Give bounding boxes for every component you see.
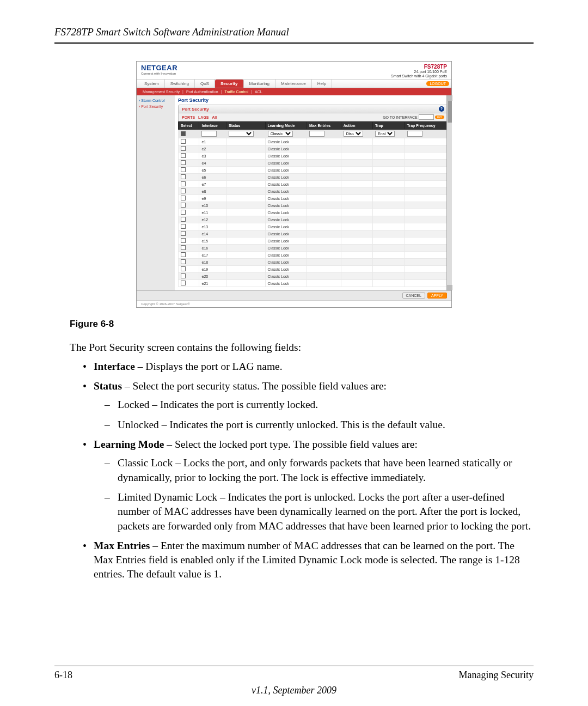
cell-trap [373,245,405,252]
sidebar-item-storm-control[interactable]: › Storm Control [139,99,173,102]
ctrl-interface-input[interactable] [201,131,217,137]
cell-max [307,259,341,266]
sidebar-item-port-security[interactable]: › Port Security [139,105,173,108]
scroll-thumb[interactable] [448,101,452,123]
ctrl-max-input[interactable] [309,131,324,137]
row-checkbox[interactable] [181,281,186,285]
cell-trap [373,230,405,238]
cell-status [226,209,265,216]
logout-button[interactable]: LOGOUT [426,81,449,86]
row-checkbox[interactable] [181,196,186,200]
row-checkbox[interactable] [181,160,186,165]
cell-trapfreq [405,252,448,259]
subtab-traffic-control[interactable]: Traffic Control [223,89,250,94]
table-row: e5Classic Lock [179,167,448,174]
cell-action [341,167,372,174]
row-checkbox[interactable] [181,181,186,186]
row-checkbox[interactable] [181,203,186,208]
row-checkbox[interactable] [181,210,186,215]
cell-status [226,252,265,259]
cell-trap [373,238,405,245]
row-checkbox[interactable] [181,273,186,278]
col-action: Action [341,122,372,130]
table-row: e21Classic Lock [179,280,448,287]
tab-qos[interactable]: QoS [195,80,215,88]
ctrl-trapfreq-input[interactable] [407,131,422,137]
cell-trap [373,273,405,280]
tab-maintenance[interactable]: Maintenance [275,80,312,88]
row-checkbox[interactable] [181,231,186,236]
main-tabs: System Switching QoS Security Monitoring… [137,79,451,88]
cell-learning: Classic Lock [265,153,307,160]
row-checkbox[interactable] [181,188,186,193]
page-number: 6-18 [54,670,72,681]
filter-all[interactable]: All [212,115,217,119]
scroll-up-icon[interactable] [447,95,452,101]
cell-interface: e1 [199,138,226,145]
cell-action [341,174,372,181]
row-checkbox[interactable] [181,252,186,257]
col-max-entries: Max Entries [307,122,341,130]
tab-help[interactable]: Help [312,80,332,88]
cell-max [307,245,341,252]
cell-trap [373,188,405,195]
version-line: v1.1, September 2009 [0,685,588,696]
tab-security[interactable]: Security [215,80,244,88]
ctrl-status-select[interactable] [229,131,254,137]
subtab-mgmt-security[interactable]: Management Security [141,89,181,94]
filter-ports[interactable]: PORTS [182,115,195,119]
cell-interface: e10 [199,202,226,209]
section-name: Managing Security [459,670,534,681]
cell-interface: e20 [199,273,226,280]
cell-trap [373,266,405,273]
cell-learning: Classic Lock [265,145,307,153]
cell-action [341,223,372,230]
ctrl-learning-select[interactable]: Classic Lock [268,131,293,137]
field-status: Status – Select the port security status… [83,379,534,432]
cell-status [226,181,265,188]
row-checkbox[interactable] [181,139,186,144]
cell-interface: e2 [199,145,226,153]
figure-caption: Figure 6-8 [70,319,534,330]
cell-interface: e19 [199,266,226,273]
go-button[interactable]: GO [435,115,444,119]
tab-monitoring[interactable]: Monitoring [244,80,275,88]
subtab-acl[interactable]: ACL [253,89,264,94]
panel-footer: CANCEL APPLY [137,290,451,300]
tab-switching[interactable]: Switching [165,80,195,88]
row-checkbox[interactable] [181,266,186,271]
row-checkbox[interactable] [181,167,186,172]
field-max-entries: Max Entries – Enter the maximum number o… [83,539,534,582]
goto-input[interactable] [419,114,434,120]
intro-text: The Port Security screen contains the fo… [70,340,534,355]
scroll-down-icon[interactable] [447,285,452,290]
apply-button[interactable]: APPLY [427,293,447,299]
ctrl-action-select[interactable]: Discard [344,131,363,137]
row-checkbox[interactable] [181,245,186,250]
cell-action [341,259,372,266]
status-locked: Locked – Indicates the port is currently… [105,398,534,412]
ctrl-trap-select[interactable]: Enable [375,131,395,137]
cell-action [341,145,372,153]
scrollbar[interactable] [446,95,452,290]
row-checkbox[interactable] [181,146,186,151]
cell-action [341,280,372,287]
cell-learning: Classic Lock [265,266,307,273]
help-icon[interactable]: ? [439,106,444,112]
filter-lags[interactable]: LAGS [198,115,209,119]
select-all-checkbox[interactable] [181,131,186,136]
cell-interface: e6 [199,174,226,181]
row-checkbox[interactable] [181,224,186,229]
row-checkbox[interactable] [181,153,186,158]
subtab-port-auth[interactable]: Port Authentication [185,89,220,94]
main-panel: Port Security Port Security ? PORTS LAGS… [175,95,451,290]
col-status: Status [226,122,265,130]
cell-max [307,280,341,287]
row-checkbox[interactable] [181,259,186,264]
cancel-button[interactable]: CANCEL [402,293,425,299]
row-checkbox[interactable] [181,217,186,222]
tab-system[interactable]: System [139,80,165,88]
model-sub1: 24-port 10/100 PoE [414,70,447,74]
row-checkbox[interactable] [181,174,186,179]
row-checkbox[interactable] [181,238,186,243]
